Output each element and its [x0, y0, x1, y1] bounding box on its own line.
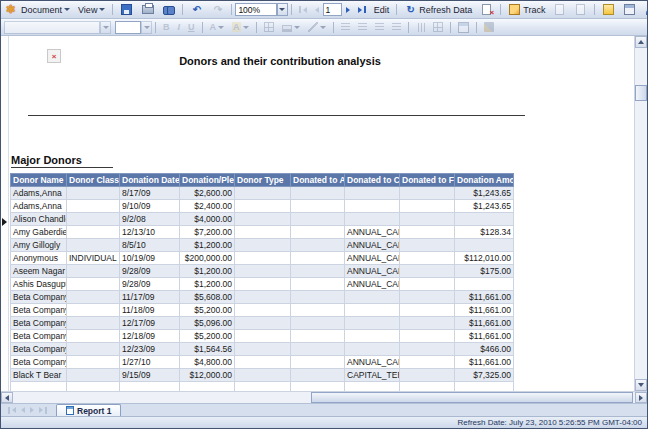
table-cell[interactable]	[235, 343, 291, 356]
table-row[interactable]: Beta Company12/18/09$5,200.00$11,661.00	[11, 330, 514, 343]
column-header[interactable]: Donation Date	[120, 174, 180, 187]
next-tab-button[interactable]	[29, 406, 35, 414]
table-cell[interactable]	[291, 278, 345, 291]
tab-report-1[interactable]: Report 1	[56, 404, 121, 416]
table-cell[interactable]	[400, 278, 455, 291]
bold-button[interactable]: B	[159, 20, 174, 34]
table-cell[interactable]: $5,200.00	[180, 330, 235, 343]
table-cell[interactable]: $11,661.00	[455, 317, 514, 330]
table-cell[interactable]	[67, 330, 120, 343]
refresh-data-button[interactable]: ↻ Refresh Data	[400, 1, 476, 18]
previous-change-button[interactable]	[549, 1, 570, 18]
table-cell[interactable]: 12/23/09	[120, 343, 180, 356]
font-size-select[interactable]	[115, 21, 141, 34]
table-cell[interactable]	[67, 187, 120, 200]
table-cell[interactable]	[455, 278, 514, 291]
table-cell[interactable]: $11,661.00	[455, 304, 514, 317]
table-cell[interactable]	[345, 330, 400, 343]
scroll-left-button[interactable]	[1, 392, 13, 403]
table-cell[interactable]: 10/19/09	[120, 252, 180, 265]
table-cell[interactable]	[67, 356, 120, 369]
table-cell[interactable]: $128.34	[455, 226, 514, 239]
table-cell[interactable]	[67, 200, 120, 213]
wrap-text-button[interactable]	[429, 20, 447, 34]
table-cell[interactable]: Beta Company	[11, 330, 67, 343]
table-cell[interactable]: 11/18/09	[120, 304, 180, 317]
previous-page-button[interactable]	[311, 5, 323, 15]
table-cell[interactable]: $7,200.00	[180, 226, 235, 239]
table-cell[interactable]: 9/15/09	[120, 369, 180, 382]
table-cell[interactable]	[400, 213, 455, 226]
scroll-right-button[interactable]	[635, 392, 647, 403]
table-cell[interactable]	[400, 226, 455, 239]
table-cell[interactable]: $175.00	[455, 265, 514, 278]
table-cell[interactable]: $12,000.00	[180, 369, 235, 382]
view-menu[interactable]: View	[74, 3, 109, 17]
table-cell[interactable]	[400, 291, 455, 304]
table-cell[interactable]	[400, 369, 455, 382]
table-cell[interactable]: Black T Bear	[11, 369, 67, 382]
table-cell[interactable]	[235, 187, 291, 200]
table-cell[interactable]	[291, 330, 345, 343]
table-cell[interactable]	[400, 356, 455, 369]
table-cell[interactable]: $5,200.00	[180, 304, 235, 317]
page-number-input[interactable]: 1	[323, 3, 342, 16]
user-settings-button[interactable]	[640, 1, 648, 18]
table-cell[interactable]	[291, 356, 345, 369]
align-right-button[interactable]	[371, 21, 388, 34]
column-header[interactable]: Donor Type	[235, 174, 291, 187]
format-painter-button[interactable]	[480, 20, 498, 34]
table-cell[interactable]	[67, 213, 120, 226]
table-cell[interactable]	[67, 291, 120, 304]
last-page-button[interactable]	[354, 4, 370, 15]
table-row[interactable]: Alison Chandler9/2/08$4,000.00	[11, 213, 514, 226]
table-cell[interactable]: 9/28/09	[120, 278, 180, 291]
table-cell[interactable]	[345, 213, 400, 226]
redo-button[interactable]: ↷	[207, 1, 228, 18]
table-cell[interactable]: Aseem Nagar	[11, 265, 67, 278]
table-cell[interactable]: Beta Company	[11, 343, 67, 356]
table-cell[interactable]	[291, 317, 345, 330]
table-cell[interactable]	[291, 239, 345, 252]
table-cell[interactable]	[400, 239, 455, 252]
table-cell[interactable]: $1,200.00	[180, 278, 235, 291]
table-cell[interactable]: $466.00	[455, 343, 514, 356]
table-row[interactable]: Beta Company1/27/10$4,800.00ANNUAL_CAMPA…	[11, 356, 514, 369]
drill-button[interactable]	[598, 1, 619, 18]
table-cell[interactable]	[400, 187, 455, 200]
table-row[interactable]: Beta Company12/17/09$5,096.00$11,661.00	[11, 317, 514, 330]
table-cell[interactable]	[235, 200, 291, 213]
table-cell[interactable]	[291, 291, 345, 304]
first-tab-button[interactable]	[7, 406, 17, 415]
vertical-scrollbar[interactable]	[634, 36, 647, 391]
table-cell[interactable]	[400, 265, 455, 278]
table-row[interactable]: Aseem Nagar9/28/09$1,200.00ANNUAL_CAMPAI…	[11, 265, 514, 278]
table-cell[interactable]	[291, 369, 345, 382]
zoom-select[interactable]: 100%	[235, 3, 277, 16]
table-cell[interactable]: 12/18/09	[120, 330, 180, 343]
table-cell[interactable]	[67, 265, 120, 278]
align-center-button[interactable]	[354, 21, 371, 34]
column-header[interactable]: Donor Classificatio	[67, 174, 120, 187]
table-cell[interactable]: $4,000.00	[180, 213, 235, 226]
table-cell[interactable]	[235, 213, 291, 226]
table-cell[interactable]: $1,200.00	[180, 239, 235, 252]
table-cell[interactable]: Alison Chandler	[11, 213, 67, 226]
table-row[interactable]: AnonymousINDIVIDUAL10/19/09$200,000.00AN…	[11, 252, 514, 265]
font-size-dropdown-button[interactable]	[141, 21, 152, 34]
font-family-dropdown-button[interactable]	[100, 21, 111, 34]
table-row[interactable]: Beta Company11/17/09$5,608.00$11,661.00	[11, 291, 514, 304]
table-cell[interactable]: $1,200.00	[180, 265, 235, 278]
borders-button[interactable]	[260, 20, 278, 34]
table-cell[interactable]: ANNUAL_CAMPAIG	[345, 278, 400, 291]
table-cell[interactable]	[291, 187, 345, 200]
table-cell[interactable]: $11,661.00	[455, 330, 514, 343]
table-cell[interactable]	[291, 252, 345, 265]
table-cell[interactable]: $7,325.00	[455, 369, 514, 382]
table-cell[interactable]: Beta Company	[11, 304, 67, 317]
first-page-button[interactable]	[295, 4, 311, 15]
undo-button[interactable]: ↶	[186, 1, 207, 18]
column-header[interactable]: Donated to Fund	[400, 174, 455, 187]
table-row[interactable]: Beta Company12/23/09$1,564.56$466.00	[11, 343, 514, 356]
table-cell[interactable]	[235, 226, 291, 239]
